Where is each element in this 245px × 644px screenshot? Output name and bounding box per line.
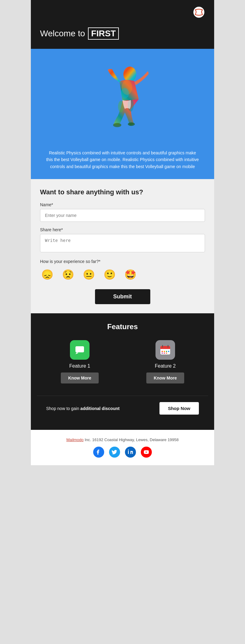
feature-2-icon: [155, 340, 175, 360]
hero-player-image: [92, 61, 153, 140]
footer-company-link[interactable]: Mailmodo: [66, 437, 83, 442]
feature-2-name: Feature 2: [155, 363, 176, 369]
facebook-icon[interactable]: [93, 447, 104, 458]
svg-marker-9: [75, 352, 79, 354]
name-label: Name*: [40, 202, 205, 207]
svg-rect-12: [160, 348, 170, 349]
svg-rect-15: [162, 351, 163, 352]
feature-1-know-more-button[interactable]: Know More: [61, 372, 98, 383]
features-grid: Feature 1 Know More: [37, 340, 208, 383]
shop-banner: Shop now to gain additional discount Sho…: [37, 396, 208, 421]
emoji-happy[interactable]: 🙂: [102, 268, 117, 282]
svg-rect-18: [168, 351, 169, 352]
emoji-neutral[interactable]: 😐: [82, 268, 96, 282]
header-section: Welcome to FIRST: [31, 0, 214, 49]
footer-address: Mailmodo Inc. 16192 Coastal Highway, Lew…: [37, 437, 208, 442]
name-input[interactable]: [40, 209, 205, 222]
twitter-icon[interactable]: [109, 447, 120, 458]
hero-description: Realistic Physics combined with intuitiv…: [46, 149, 199, 170]
feature-1-name: Feature 1: [69, 363, 90, 369]
svg-point-6: [113, 123, 121, 127]
emoji-unhappy[interactable]: 😟: [61, 268, 75, 282]
emoji-rating-row: 😞 😟 😐 🙂 🤩: [40, 268, 205, 282]
title-prefix: Welcome to: [40, 29, 85, 38]
share-input[interactable]: [40, 234, 205, 252]
shop-text-bold: additional discount: [80, 406, 119, 411]
linkedin-icon[interactable]: [125, 447, 136, 458]
title-highlight: FIRST: [88, 27, 119, 40]
youtube-icon[interactable]: [141, 447, 152, 458]
svg-rect-8: [75, 346, 84, 352]
svg-rect-17: [166, 351, 167, 352]
feature-2-know-more-button[interactable]: Know More: [146, 372, 184, 383]
footer-address-text: Inc. 16192 Coastal Highway, Lewes, Delaw…: [84, 437, 179, 442]
svg-point-3: [121, 88, 129, 99]
header-title: Welcome to FIRST: [40, 27, 119, 40]
hero-section: Realistic Physics combined with intuitiv…: [31, 49, 214, 179]
shop-text-regular: Shop now to gain: [46, 406, 80, 411]
footer-section: Mailmodo Inc. 16192 Coastal Highway, Lew…: [31, 430, 214, 465]
emoji-very-unhappy[interactable]: 😞: [40, 268, 55, 282]
svg-rect-16: [164, 351, 165, 352]
svg-rect-20: [164, 353, 165, 354]
shop-now-button[interactable]: Shop Now: [159, 402, 199, 415]
submit-button[interactable]: Submit: [95, 289, 150, 304]
feature-1-icon: [70, 340, 90, 360]
feature-1-item: Feature 1 Know More: [41, 340, 118, 383]
share-label: Share here*: [40, 227, 205, 232]
experience-label: How is your experience so far?*: [40, 259, 205, 264]
svg-point-7: [128, 122, 135, 126]
svg-point-0: [193, 7, 204, 18]
svg-point-1: [123, 67, 136, 82]
shop-text: Shop now to gain additional discount: [46, 406, 119, 411]
social-icons-row: [37, 447, 208, 458]
features-section: Features Feature 1 Know More: [31, 313, 214, 430]
features-title: Features: [37, 322, 208, 331]
form-title: Want to share anything with us?: [40, 188, 205, 196]
svg-rect-21: [166, 353, 167, 354]
logo-icon: [193, 6, 205, 18]
feature-2-item: Feature 2 Know More: [127, 340, 204, 383]
hero-image-container: [37, 58, 208, 143]
form-section: Want to share anything with us? Name* Sh…: [31, 179, 214, 313]
emoji-very-happy[interactable]: 🤩: [123, 268, 138, 282]
svg-rect-19: [162, 353, 163, 354]
